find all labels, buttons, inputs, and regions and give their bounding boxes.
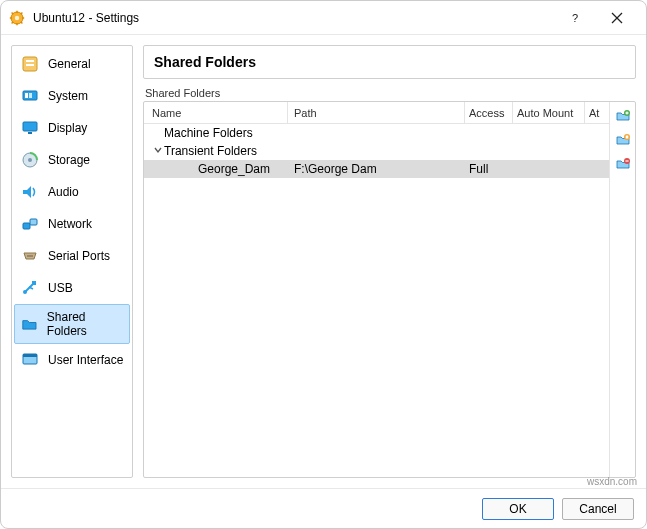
cancel-button[interactable]: Cancel — [562, 498, 634, 520]
sidebar-item-label: Audio — [48, 185, 79, 199]
svg-point-1 — [15, 15, 19, 19]
sidebar-item-label: Display — [48, 121, 87, 135]
sidebar-item-label: Network — [48, 217, 92, 231]
general-icon — [20, 54, 40, 74]
sidebar-item-display[interactable]: Display — [14, 112, 130, 144]
edit-folder-button[interactable] — [613, 130, 633, 150]
sidebar-item-system[interactable]: System — [14, 80, 130, 112]
right-panel: Shared Folders Shared Folders Name Path … — [143, 45, 636, 478]
sidebar-item-network[interactable]: Network — [14, 208, 130, 240]
shared-folders-icon — [20, 314, 39, 334]
chevron-down-icon — [152, 145, 164, 157]
settings-sidebar: General System Display Storage Audio Net… — [11, 45, 133, 478]
entry-access: Full — [465, 162, 513, 176]
svg-line-6 — [12, 12, 14, 14]
svg-point-26 — [27, 255, 29, 257]
col-auto-mount[interactable]: Auto Mount — [513, 102, 585, 123]
body: General System Display Storage Audio Net… — [1, 35, 646, 488]
svg-rect-37 — [625, 136, 628, 139]
svg-rect-19 — [23, 122, 37, 131]
sidebar-item-label: USB — [48, 281, 73, 295]
svg-line-7 — [21, 21, 23, 23]
sidebar-item-serial-ports[interactable]: Serial Ports — [14, 240, 130, 272]
svg-rect-17 — [25, 93, 28, 98]
col-access[interactable]: Access — [465, 102, 513, 123]
node-label: Machine Folders — [164, 126, 253, 140]
serial-ports-icon — [20, 246, 40, 266]
storage-icon — [20, 150, 40, 170]
display-icon — [20, 118, 40, 138]
sidebar-item-label: General — [48, 57, 91, 71]
user-interface-icon — [20, 350, 40, 370]
svg-rect-18 — [29, 93, 32, 98]
network-icon — [20, 214, 40, 234]
svg-rect-14 — [26, 60, 34, 62]
sidebar-item-shared-folders[interactable]: Shared Folders — [14, 304, 130, 344]
folder-entry-row[interactable]: George_Dam F:\George Dam Full — [144, 160, 609, 178]
sidebar-item-audio[interactable]: Audio — [14, 176, 130, 208]
svg-marker-23 — [23, 186, 31, 198]
svg-rect-32 — [23, 354, 37, 357]
transient-folders-node[interactable]: Transient Folders — [144, 142, 609, 160]
sidebar-item-label: User Interface — [48, 353, 123, 367]
folders-tree: Name Path Access Auto Mount At Machine F… — [144, 102, 609, 477]
titlebar: Ubuntu12 - Settings ? — [1, 1, 646, 35]
shared-folders-panel: Name Path Access Auto Mount At Machine F… — [143, 101, 636, 478]
sidebar-item-label: Storage — [48, 153, 90, 167]
svg-point-27 — [29, 255, 31, 257]
entry-name: George_Dam — [144, 162, 288, 176]
settings-window: Ubuntu12 - Settings ? General System Dis… — [0, 0, 647, 529]
svg-text:?: ? — [572, 12, 578, 24]
machine-folders-node[interactable]: Machine Folders — [144, 124, 609, 142]
sidebar-item-label: System — [48, 89, 88, 103]
window-title: Ubuntu12 - Settings — [33, 11, 139, 25]
col-at[interactable]: At — [585, 102, 609, 123]
svg-rect-30 — [32, 281, 36, 285]
folder-toolstrip — [609, 102, 635, 477]
sidebar-item-storage[interactable]: Storage — [14, 144, 130, 176]
col-path[interactable]: Path — [288, 102, 465, 123]
svg-point-28 — [31, 255, 33, 257]
sidebar-item-label: Serial Ports — [48, 249, 110, 263]
usb-icon — [20, 278, 40, 298]
remove-folder-button[interactable] — [613, 154, 633, 174]
svg-rect-15 — [26, 64, 34, 66]
col-name[interactable]: Name — [144, 102, 288, 123]
system-icon — [20, 86, 40, 106]
heading-box: Shared Folders — [143, 45, 636, 79]
page-heading: Shared Folders — [154, 54, 625, 70]
add-folder-button[interactable] — [613, 106, 633, 126]
sidebar-item-general[interactable]: General — [14, 48, 130, 80]
svg-rect-25 — [30, 219, 37, 225]
svg-line-9 — [21, 12, 23, 14]
svg-rect-24 — [23, 223, 30, 229]
entry-path: F:\George Dam — [288, 162, 465, 176]
sidebar-item-user-interface[interactable]: User Interface — [14, 344, 130, 376]
watermark: wsxdn.com — [587, 476, 637, 487]
node-label: Transient Folders — [164, 144, 257, 158]
app-icon — [9, 10, 25, 26]
svg-rect-20 — [28, 132, 32, 134]
svg-line-8 — [12, 21, 14, 23]
dialog-footer: OK Cancel — [1, 488, 646, 528]
tree-header: Name Path Access Auto Mount At — [144, 102, 609, 124]
tree-body: Machine Folders Transient Folders George… — [144, 124, 609, 477]
help-button[interactable]: ? — [554, 4, 596, 32]
sidebar-item-label: Shared Folders — [47, 310, 124, 338]
audio-icon — [20, 182, 40, 202]
svg-point-22 — [28, 158, 32, 162]
group-label: Shared Folders — [145, 87, 636, 99]
close-button[interactable] — [596, 4, 638, 32]
sidebar-item-usb[interactable]: USB — [14, 272, 130, 304]
ok-button[interactable]: OK — [482, 498, 554, 520]
